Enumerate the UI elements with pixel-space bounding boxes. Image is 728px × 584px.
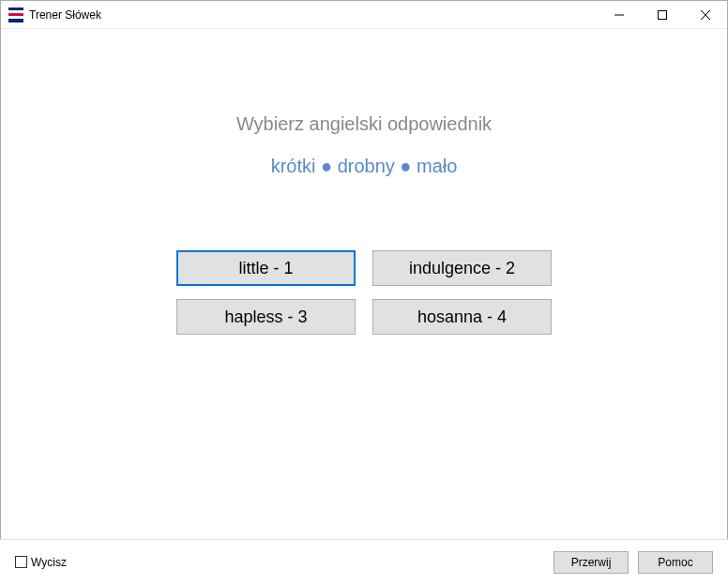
window-controls	[598, 1, 727, 28]
option-button-3[interactable]: hapless - 3	[176, 299, 356, 335]
window-title: Trener Słówek	[29, 8, 101, 22]
help-button[interactable]: Pomoc	[638, 551, 713, 574]
abort-button[interactable]: Przerwij	[554, 551, 629, 574]
close-button[interactable]	[684, 1, 727, 28]
option-button-2[interactable]: indulgence - 2	[372, 250, 552, 286]
app-icon	[8, 7, 23, 22]
close-icon	[701, 10, 710, 20]
option-button-1[interactable]: little - 1	[176, 250, 356, 286]
titlebar: Trener Słówek	[1, 1, 727, 29]
maximize-button[interactable]	[641, 1, 684, 28]
svg-rect-1	[659, 10, 667, 19]
minimize-button[interactable]	[598, 1, 641, 28]
quiz-area: Wybierz angielski odpowiednik krótki ● d…	[1, 29, 727, 540]
mute-checkbox[interactable]: Wycisz	[15, 556, 67, 569]
checkbox-icon	[15, 556, 27, 568]
options-grid: little - 1 indulgence - 2 hapless - 3 ho…	[176, 250, 552, 335]
quiz-words: krótki ● drobny ● mało	[1, 156, 727, 177]
mute-label: Wycisz	[31, 556, 67, 569]
minimize-icon	[614, 10, 624, 20]
option-button-4[interactable]: hosanna - 4	[372, 299, 552, 335]
maximize-icon	[658, 10, 667, 20]
quiz-prompt: Wybierz angielski odpowiednik	[1, 113, 727, 135]
footer-bar: Wycisz Przerwij Pomoc	[0, 539, 728, 584]
